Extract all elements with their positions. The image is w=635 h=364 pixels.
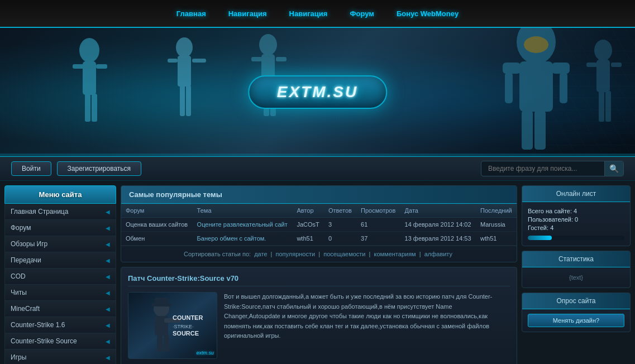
cell-last-1: Marussia: [476, 218, 517, 232]
search-box: 🔍: [481, 161, 624, 176]
search-input[interactable]: [481, 162, 604, 175]
auth-bar: Войти Зарегистрироваться 🔍: [0, 156, 635, 181]
sort-comments[interactable]: комментариям: [374, 251, 416, 257]
chevron-right-icon: ◀: [106, 306, 110, 312]
sidebar: Меню сайта Главная Страница ◀ Форум ◀ Об…: [4, 185, 116, 364]
cell-author-1: JaCOsT: [292, 218, 324, 232]
cell-forum-2: Обмен: [121, 232, 193, 246]
svg-rect-12: [180, 85, 185, 116]
article-img-svg: COUNTER ·STRIKE· SOURCE: [133, 295, 212, 356]
svg-rect-17: [276, 57, 287, 61]
users-stat: Пользователей: 0: [528, 216, 624, 223]
svg-rect-26: [560, 73, 567, 103]
svg-rect-24: [552, 63, 570, 74]
top-navigation: Главная Навигация Навигация Форум Бонус …: [0, 0, 635, 28]
svg-rect-9: [178, 56, 191, 87]
sidebar-item-igry[interactable]: Игры ◀: [4, 349, 116, 364]
login-button[interactable]: Войти: [11, 161, 51, 176]
svg-rect-11: [192, 59, 206, 63]
sidebar-item-minecraft[interactable]: MineCraft ◀: [4, 301, 116, 317]
stats-panel: Статистика {text}: [522, 251, 631, 288]
online-progress-fill: [528, 236, 552, 240]
sort-date[interactable]: дате: [254, 251, 267, 257]
svg-text:·STRIKE·: ·STRIKE·: [173, 324, 194, 329]
sidebar-item-cs16[interactable]: Counter-Strike 1.6 ◀: [4, 317, 116, 333]
sort-popularity[interactable]: популярности: [276, 251, 316, 257]
svg-rect-23: [503, 63, 521, 74]
search-button[interactable]: 🔍: [604, 161, 623, 176]
sort-alpha[interactable]: алфавиту: [424, 251, 452, 257]
svg-point-29: [594, 40, 612, 61]
svg-rect-39: [157, 335, 163, 352]
guests-stat: Гостей: 4: [528, 224, 624, 231]
svg-rect-40: [164, 335, 169, 352]
chevron-right-icon: ◀: [106, 209, 110, 215]
main-layout: Меню сайта Главная Страница ◀ Форум ◀ Об…: [0, 181, 635, 364]
popular-topics-header: Самые популярные темы: [121, 186, 517, 204]
svg-rect-27: [522, 111, 533, 150]
online-body: Всего на сайте: 4 Пользователей: 0 Госте…: [522, 202, 630, 246]
svg-rect-4: [73, 64, 84, 69]
cell-replies-2: 0: [324, 232, 356, 246]
nav-navigaciya-2[interactable]: Навигация: [289, 9, 328, 18]
cell-topic-1[interactable]: Оцените развлекательный сайт: [193, 218, 293, 232]
svg-rect-3: [83, 61, 96, 95]
sidebar-item-css[interactable]: Counter-Strike Source ◀: [4, 333, 116, 349]
svg-rect-7: [92, 94, 97, 122]
chevron-right-icon: ◀: [106, 338, 110, 344]
svg-rect-28: [534, 111, 546, 150]
poll-header: Опрос сайта: [522, 293, 630, 309]
content-area: Самые популярные темы Форум Тема Автор О…: [121, 185, 517, 364]
nav-glavnaya[interactable]: Главная: [176, 9, 206, 18]
cell-date-1: 14 февраля 2012 14:02: [400, 218, 476, 232]
sidebar-item-peredachi[interactable]: Передачи ◀: [4, 252, 116, 269]
poll-btn[interactable]: Менять дизайн?: [528, 314, 624, 327]
sort-visits[interactable]: посещаемости: [323, 251, 365, 257]
online-header: Онлайн лист: [522, 186, 630, 202]
svg-text:COUNTER: COUNTER: [173, 314, 203, 321]
cell-last-2: wth51: [476, 232, 517, 246]
svg-rect-16: [251, 57, 262, 61]
svg-rect-10: [168, 59, 178, 63]
cell-views-1: 61: [356, 218, 400, 232]
register-button[interactable]: Зарегистрироваться: [57, 161, 141, 176]
online-progress-bar: [528, 236, 624, 240]
sidebar-item-forum[interactable]: Форум ◀: [4, 220, 116, 236]
svg-text:SOURCE: SOURCE: [173, 330, 199, 337]
sidebar-item-cod[interactable]: COD ◀: [4, 269, 116, 285]
table-row: Обмен Банеро обмен с сайтом. wth51 0 37 …: [121, 232, 517, 246]
cell-replies-1: 3: [324, 218, 356, 232]
svg-rect-13: [186, 85, 191, 116]
chevron-right-icon: ◀: [106, 274, 110, 280]
chevron-right-icon: ◀: [106, 257, 110, 264]
sidebar-item-chity[interactable]: Читы ◀: [4, 285, 116, 301]
svg-rect-32: [611, 63, 622, 67]
article-title: Патч Counter-Strike:Source v70: [128, 274, 510, 286]
col-forum: Форум: [121, 204, 193, 218]
svg-rect-31: [586, 63, 597, 67]
col-views: Просмотров: [356, 204, 400, 218]
right-sidebar: Онлайн лист Всего на сайте: 4 Пользовате…: [522, 185, 631, 364]
cell-views-2: 37: [356, 232, 400, 246]
stats-placeholder: {text}: [522, 267, 630, 288]
stats-header: Статистика: [522, 251, 630, 267]
sort-bar: Сортировать статьи по: дате | популярнос…: [121, 246, 517, 262]
nav-bonus[interactable]: Бонус WebMoney: [397, 9, 459, 18]
cell-forum-1: Оценка ваших сайтов: [121, 218, 193, 232]
hero-banner: EXTM.SU: [0, 28, 635, 156]
sidebar-item-obzory[interactable]: Обзоры Игр ◀: [4, 236, 116, 252]
cell-topic-2[interactable]: Банеро обмен с сайтом.: [193, 232, 293, 246]
article-image: COUNTER ·STRIKE· SOURCE extm.su: [128, 292, 217, 359]
col-date: Дата: [400, 204, 476, 218]
sidebar-item-glavnaya[interactable]: Главная Страница ◀: [4, 204, 116, 220]
nav-navigaciya-1[interactable]: Навигация: [228, 9, 267, 18]
nav-forum[interactable]: Форум: [350, 9, 374, 18]
svg-point-14: [259, 34, 277, 55]
svg-rect-34: [605, 91, 611, 122]
svg-rect-30: [596, 60, 610, 92]
svg-rect-25: [505, 73, 513, 103]
sort-label: Сортировать статьи по:: [184, 251, 251, 257]
chevron-right-icon: ◀: [106, 322, 110, 328]
cell-date-2: 13 февраля 2012 14:53: [400, 232, 476, 246]
topics-table: Форум Тема Автор Ответов Просмотров Дата…: [121, 204, 517, 246]
